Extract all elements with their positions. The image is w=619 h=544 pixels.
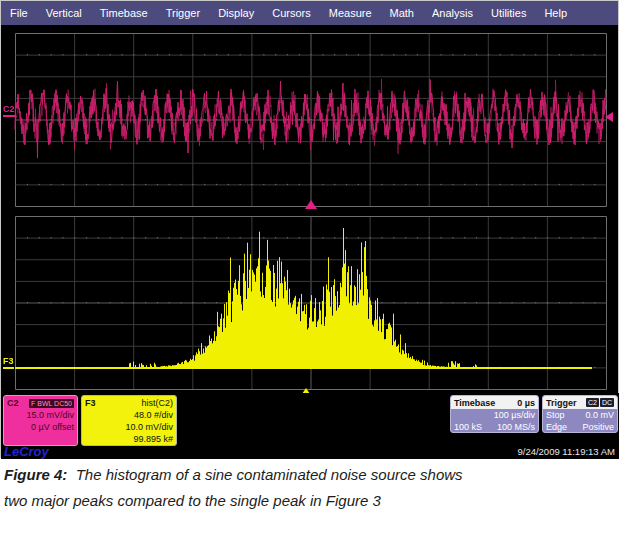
menu-analysis[interactable]: Analysis <box>423 7 482 19</box>
menu-math[interactable]: Math <box>381 7 423 19</box>
figure-caption: Figure 4: The histogram of a sine contam… <box>4 462 490 515</box>
menu-vertical[interactable]: Vertical <box>37 7 91 19</box>
c2-descriptor-box[interactable]: C2 F BWL DC50 15.0 mV/div 0 µV offset <box>3 395 78 446</box>
menu-cursors[interactable]: Cursors <box>263 7 320 19</box>
timebase-title: Timebase <box>454 397 495 409</box>
f3-function: hist(C2) <box>141 397 173 409</box>
menu-help[interactable]: Help <box>535 7 576 19</box>
f3-population: 99.895 k# <box>85 433 173 445</box>
menu-display[interactable]: Display <box>209 7 263 19</box>
trigger-time-marker-icon[interactable] <box>305 200 317 209</box>
f3-horizontal-scale: 10.0 mV/div <box>85 421 173 433</box>
trigger-title: Trigger <box>546 397 577 409</box>
timebase-delay: 0 µs <box>517 397 535 409</box>
waveform-grid-canvas <box>1 26 619 393</box>
menu-utilities[interactable]: Utilities <box>482 7 535 19</box>
timebase-samples: 100 kS <box>454 421 482 433</box>
lecroy-logo: LeCroy <box>4 444 49 459</box>
menu-timebase[interactable]: Timebase <box>91 7 157 19</box>
trigger-coupling-badge: DC <box>600 398 614 407</box>
timebase-box[interactable]: Timebase 0 µs 100 µs/div 100 kS 100 MS/s <box>450 395 539 433</box>
status-bar: C2 F BWL DC50 15.0 mV/div 0 µV offset F3… <box>1 393 619 459</box>
menu-bar: File Vertical Timebase Trigger Display C… <box>1 1 618 25</box>
menu-trigger[interactable]: Trigger <box>157 7 209 19</box>
trigger-source-badge: C2 <box>586 398 599 407</box>
channel-c2-trace-label: C2 <box>3 104 15 117</box>
c2-coupling-badge: F BWL DC50 <box>29 399 74 408</box>
c2-vertical-scale: 15.0 mV/div <box>7 409 74 421</box>
c2-descriptor-title: C2 <box>7 397 19 409</box>
timebase-samplerate: 100 MS/s <box>497 421 535 433</box>
function-f3-trace-label: F3 <box>3 356 14 369</box>
figure-caption-label: Figure 4: <box>4 466 67 483</box>
figure-caption-text: The histogram of a sine contaminated noi… <box>4 466 463 509</box>
f3-descriptor-title: F3 <box>85 397 96 409</box>
trigger-slope: Positive <box>582 421 614 433</box>
timebase-scale: 100 µs/div <box>494 409 535 421</box>
c2-offset: 0 µV offset <box>7 421 74 433</box>
datetime-stamp: 9/24/2009 11:19:13 AM <box>517 446 615 457</box>
trigger-box[interactable]: Trigger C2 DC Stop 0.0 mV Edge Positive <box>542 395 618 433</box>
oscilloscope-screen: File Vertical Timebase Trigger Display C… <box>0 0 619 458</box>
trigger-mode: Stop <box>546 409 565 421</box>
f3-count-scale: 48.0 #/div <box>85 409 173 421</box>
c2-level-marker-icon[interactable] <box>605 112 613 122</box>
trigger-level: 0.0 mV <box>585 409 614 421</box>
screenshot-root: File Vertical Timebase Trigger Display C… <box>0 0 619 544</box>
f3-descriptor-box[interactable]: F3 hist(C2) 48.0 #/div 10.0 mV/div 99.89… <box>81 395 177 446</box>
trigger-type: Edge <box>546 421 567 433</box>
menu-file[interactable]: File <box>1 7 37 19</box>
menu-measure[interactable]: Measure <box>320 7 381 19</box>
